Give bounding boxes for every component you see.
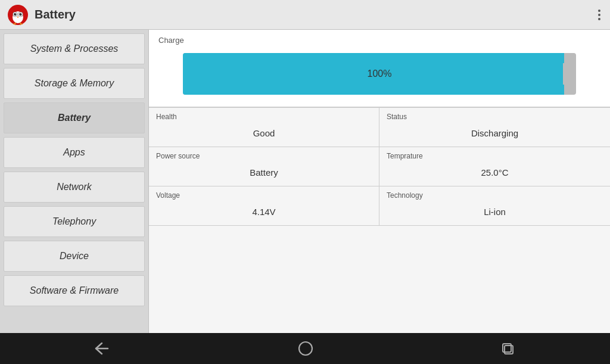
home-button[interactable]	[280, 336, 331, 361]
info-label-status: Status	[379, 108, 610, 123]
sidebar-item-storage-memory[interactable]: Storage & Memory	[4, 68, 145, 99]
home-icon	[298, 341, 313, 356]
info-value-status: Discharging	[379, 123, 610, 147]
info-cell-temperature: Temprature 25.0°C	[379, 147, 610, 186]
battery-bar-container: 100%	[158, 53, 600, 95]
main-content: System & ProcessesStorage & MemoryBatter…	[0, 30, 610, 333]
charge-label: Charge	[158, 36, 600, 45]
back-icon	[94, 342, 110, 355]
svg-point-12	[299, 342, 312, 355]
info-value-voltage: 4.14V	[149, 202, 379, 225]
overflow-menu-button[interactable]	[596, 7, 603, 23]
info-label-temperature: Temprature	[379, 147, 610, 163]
sidebar-item-battery[interactable]: Battery	[4, 102, 145, 133]
svg-point-4	[14, 13, 16, 15]
info-label-technology: Technology	[379, 186, 610, 202]
svg-point-7	[21, 13, 21, 14]
info-grid: Health Good Status Discharging Power sou…	[149, 107, 610, 226]
info-label-voltage: Voltage	[149, 186, 379, 202]
info-label-power-source: Power source	[149, 147, 379, 163]
sidebar-item-network[interactable]: Network	[4, 172, 145, 203]
owl-icon	[7, 4, 29, 26]
svg-point-6	[15, 13, 16, 14]
sidebar-item-system-processes[interactable]: System & Processes	[4, 33, 145, 64]
info-cell-power-source: Power source Battery	[149, 147, 379, 186]
svg-point-5	[19, 13, 21, 15]
info-value-power-source: Battery	[149, 163, 379, 186]
info-value-temperature: 25.0°C	[379, 163, 610, 186]
info-label-health: Health	[149, 108, 379, 123]
info-cell-voltage: Voltage 4.14V	[149, 186, 379, 226]
battery-percent: 100%	[183, 69, 576, 79]
recents-button[interactable]	[483, 336, 534, 361]
sidebar-item-telephony[interactable]: Telephony	[4, 206, 145, 237]
info-value-health: Good	[149, 123, 379, 147]
info-cell-technology: Technology Li-ion	[379, 186, 610, 226]
info-value-technology: Li-ion	[379, 202, 610, 225]
sidebar-item-software-firmware[interactable]: Software & Firmware	[4, 275, 145, 306]
top-bar: Battery	[0, 0, 610, 30]
info-cell-status: Status Discharging	[379, 108, 610, 147]
bottom-nav	[0, 333, 610, 364]
app-title: Battery	[35, 8, 596, 21]
content-area: Charge 100% Health Good Status Dischargi…	[149, 30, 610, 333]
battery-bar: 100%	[183, 53, 576, 95]
recents-icon	[501, 341, 516, 356]
charge-section: Charge 100%	[149, 30, 610, 107]
sidebar-item-apps[interactable]: Apps	[4, 137, 145, 168]
sidebar-item-device[interactable]: Device	[4, 241, 145, 272]
sidebar: System & ProcessesStorage & MemoryBatter…	[0, 30, 149, 333]
info-cell-health: Health Good	[149, 108, 379, 147]
back-button[interactable]	[76, 337, 128, 360]
